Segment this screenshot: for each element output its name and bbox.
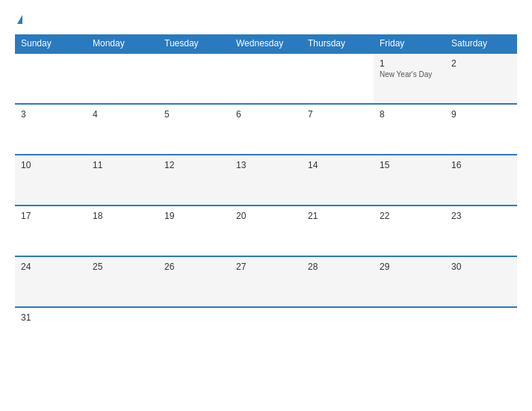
day-header-wednesday: Wednesday: [230, 34, 302, 53]
calendar-week-row: 31: [15, 307, 517, 358]
calendar-cell: 14: [302, 155, 374, 206]
logo-text: [15, 13, 22, 27]
day-number: 10: [21, 160, 81, 170]
calendar-cell: 19: [158, 206, 230, 256]
day-number: 15: [380, 160, 439, 170]
day-number: 3: [21, 109, 81, 120]
header: [15, 13, 517, 27]
calendar-cell: 10: [15, 155, 87, 206]
calendar-cell: 26: [158, 256, 230, 307]
calendar-cell: 27: [230, 256, 302, 307]
day-number: 5: [164, 109, 224, 120]
day-header-thursday: Thursday: [302, 34, 374, 53]
logo: [15, 13, 22, 27]
calendar-week-row: 1New Year's Day2: [15, 53, 517, 104]
calendar-cell: 31: [15, 307, 87, 358]
calendar-cell: 20: [230, 206, 302, 256]
day-number: 31: [21, 312, 81, 323]
calendar-cell: 28: [302, 256, 374, 307]
day-number: 1: [380, 58, 439, 69]
day-number: 29: [380, 262, 439, 272]
calendar-week-row: 3456789: [15, 104, 517, 155]
day-number: 26: [164, 262, 224, 272]
calendar-cell: 22: [374, 206, 445, 256]
calendar-cell: 7: [302, 104, 374, 155]
calendar-cell: 25: [87, 256, 158, 307]
calendar-cell: 16: [445, 155, 517, 206]
calendar-cell: 21: [302, 206, 374, 256]
calendar-cell: 18: [87, 206, 158, 256]
calendar-cell: [374, 307, 445, 358]
calendar-cell: 30: [445, 256, 517, 307]
calendar-header-row: SundayMondayTuesdayWednesdayThursdayFrid…: [15, 34, 517, 53]
day-number: 16: [451, 160, 511, 170]
calendar-cell: 13: [230, 155, 302, 206]
calendar-week-row: 24252627282930: [15, 256, 517, 307]
day-number: 12: [164, 160, 224, 170]
calendar-cell: 29: [374, 256, 445, 307]
day-number: 24: [21, 262, 81, 272]
calendar-week-row: 10111213141516: [15, 155, 517, 206]
day-number: 23: [451, 211, 511, 221]
calendar-cell: [158, 53, 230, 104]
calendar-cell: [87, 307, 158, 358]
calendar-page: SundayMondayTuesdayWednesdayThursdayFrid…: [0, 0, 532, 411]
calendar-cell: 17: [15, 206, 87, 256]
day-number: 8: [380, 109, 439, 120]
calendar-cell: [158, 307, 230, 358]
country-label: [450, 13, 517, 18]
day-header-monday: Monday: [87, 34, 158, 53]
calendar-cell: [445, 307, 517, 358]
day-header-saturday: Saturday: [445, 34, 517, 53]
calendar-cell: 12: [158, 155, 230, 206]
day-number: 21: [308, 211, 368, 221]
calendar-cell: [302, 53, 374, 104]
day-header-tuesday: Tuesday: [158, 34, 230, 53]
day-number: 13: [236, 160, 296, 170]
day-number: 19: [164, 211, 224, 221]
day-number: 30: [451, 262, 511, 272]
holiday-label: New Year's Day: [380, 70, 439, 78]
day-number: 18: [93, 211, 152, 221]
calendar-cell: 11: [87, 155, 158, 206]
calendar-cell: [230, 53, 302, 104]
calendar-cell: 8: [374, 104, 445, 155]
day-number: 9: [451, 109, 511, 120]
calendar-cell: [15, 53, 87, 104]
day-header-friday: Friday: [374, 34, 445, 53]
calendar-cell: [302, 307, 374, 358]
day-number: 20: [236, 211, 296, 221]
day-number: 11: [93, 160, 152, 170]
calendar-cell: [230, 307, 302, 358]
calendar-cell: 9: [445, 104, 517, 155]
day-number: 17: [21, 211, 81, 221]
day-number: 25: [93, 262, 152, 272]
calendar-cell: 24: [15, 256, 87, 307]
day-header-sunday: Sunday: [15, 34, 87, 53]
calendar-cell: 23: [445, 206, 517, 256]
calendar-week-row: 17181920212223: [15, 206, 517, 256]
day-number: 28: [308, 262, 368, 272]
day-number: 14: [308, 160, 368, 170]
calendar-cell: 3: [15, 104, 87, 155]
calendar-cell: 2: [445, 53, 517, 104]
calendar-cell: 5: [158, 104, 230, 155]
day-number: 7: [308, 109, 368, 120]
calendar-table: SundayMondayTuesdayWednesdayThursdayFrid…: [15, 34, 517, 358]
calendar-cell: [87, 53, 158, 104]
calendar-cell: 1New Year's Day: [374, 53, 445, 104]
calendar-cell: 15: [374, 155, 445, 206]
day-number: 2: [451, 58, 511, 69]
calendar-cell: 4: [87, 104, 158, 155]
logo-triangle-icon: [17, 15, 22, 24]
calendar-cell: 6: [230, 104, 302, 155]
day-number: 27: [236, 262, 296, 272]
day-number: 4: [93, 109, 152, 120]
day-number: 22: [380, 211, 439, 221]
day-number: 6: [236, 109, 296, 120]
